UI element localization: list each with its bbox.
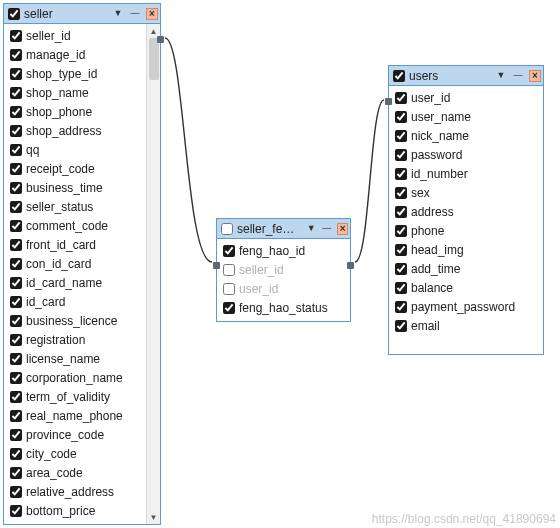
column-row[interactable]: receipt_code — [6, 159, 144, 178]
column-row[interactable]: business_time — [6, 178, 144, 197]
column-row[interactable]: shop_address — [6, 121, 144, 140]
column-row[interactable]: id_card — [6, 292, 144, 311]
column-checkbox[interactable] — [395, 168, 407, 180]
column-row[interactable]: feng_hao_status — [219, 298, 348, 317]
column-row[interactable]: user_name — [391, 107, 541, 126]
entity-users[interactable]: users▼—×user_iduser_namenick_namepasswor… — [388, 65, 544, 355]
dropdown-icon[interactable]: ▼ — [306, 223, 317, 235]
column-row[interactable]: city_code — [6, 444, 144, 463]
column-row[interactable]: comment_code — [6, 216, 144, 235]
column-row[interactable]: shop_phone — [6, 102, 144, 121]
column-checkbox[interactable] — [395, 263, 407, 275]
relation-port[interactable] — [157, 36, 164, 43]
column-checkbox[interactable] — [10, 391, 22, 403]
column-checkbox[interactable] — [10, 220, 22, 232]
column-checkbox[interactable] — [10, 258, 22, 270]
minimize-button[interactable]: — — [512, 70, 524, 82]
close-button[interactable]: × — [337, 223, 348, 235]
column-checkbox[interactable] — [10, 163, 22, 175]
column-checkbox[interactable] — [10, 201, 22, 213]
column-row[interactable]: manage_id — [6, 45, 144, 64]
column-row[interactable]: seller_id — [6, 26, 144, 45]
entity-titlebar[interactable]: users▼—× — [389, 66, 543, 86]
entity-enable-checkbox[interactable] — [221, 223, 233, 235]
column-checkbox[interactable] — [10, 144, 22, 156]
column-row[interactable]: password — [391, 145, 541, 164]
column-row[interactable]: feng_hao_id — [219, 241, 348, 260]
entity-titlebar[interactable]: seller▼—× — [4, 4, 160, 24]
column-row[interactable]: head_img — [391, 240, 541, 259]
column-checkbox[interactable] — [10, 106, 22, 118]
column-checkbox[interactable] — [10, 125, 22, 137]
minimize-button[interactable]: — — [129, 8, 141, 20]
column-row[interactable]: user_id — [391, 88, 541, 107]
column-row[interactable]: sex — [391, 183, 541, 202]
column-checkbox[interactable] — [10, 315, 22, 327]
minimize-button[interactable]: — — [322, 223, 333, 235]
column-row[interactable]: con_id_card — [6, 254, 144, 273]
dropdown-icon[interactable]: ▼ — [495, 70, 507, 82]
column-row[interactable]: nick_name — [391, 126, 541, 145]
close-button[interactable]: × — [529, 70, 541, 82]
column-checkbox[interactable] — [395, 187, 407, 199]
column-row[interactable]: seller_status — [6, 197, 144, 216]
column-row[interactable]: payment_password — [391, 297, 541, 316]
column-checkbox[interactable] — [395, 301, 407, 313]
column-checkbox[interactable] — [10, 87, 22, 99]
column-checkbox[interactable] — [10, 429, 22, 441]
column-row[interactable]: corporation_name — [6, 368, 144, 387]
column-row[interactable]: id_card_name — [6, 273, 144, 292]
column-checkbox[interactable] — [395, 225, 407, 237]
column-row[interactable]: province_code — [6, 425, 144, 444]
column-row[interactable]: add_time — [391, 259, 541, 278]
column-checkbox[interactable] — [10, 30, 22, 42]
relation-port[interactable] — [347, 262, 354, 269]
column-checkbox[interactable] — [10, 277, 22, 289]
scrollbar[interactable]: ▲▼ — [146, 24, 160, 524]
column-checkbox[interactable] — [395, 320, 407, 332]
column-checkbox[interactable] — [10, 49, 22, 61]
column-row[interactable]: shop_type_id — [6, 64, 144, 83]
column-checkbox[interactable] — [10, 410, 22, 422]
column-checkbox[interactable] — [223, 264, 235, 276]
column-checkbox[interactable] — [10, 467, 22, 479]
column-checkbox[interactable] — [395, 282, 407, 294]
column-checkbox[interactable] — [10, 448, 22, 460]
column-row[interactable]: relative_address — [6, 482, 144, 501]
column-checkbox[interactable] — [223, 283, 235, 295]
column-row[interactable]: qq — [6, 140, 144, 159]
column-row[interactable]: balance — [391, 278, 541, 297]
column-row[interactable]: area_code — [6, 463, 144, 482]
column-row[interactable]: user_id — [219, 279, 348, 298]
column-row[interactable]: shop_name — [6, 83, 144, 102]
column-row[interactable]: license_name — [6, 349, 144, 368]
column-checkbox[interactable] — [223, 302, 235, 314]
column-row[interactable]: bottom_price — [6, 501, 144, 520]
column-checkbox[interactable] — [10, 334, 22, 346]
column-row[interactable]: registration — [6, 330, 144, 349]
column-row[interactable]: address — [391, 202, 541, 221]
column-row[interactable]: email — [391, 316, 541, 335]
entity-titlebar[interactable]: seller_feng_h▼—× — [217, 219, 350, 239]
column-checkbox[interactable] — [10, 505, 22, 517]
scroll-track[interactable] — [147, 38, 161, 510]
entity-enable-checkbox[interactable] — [393, 70, 405, 82]
close-button[interactable]: × — [146, 8, 158, 20]
scroll-thumb[interactable] — [149, 38, 159, 80]
column-checkbox[interactable] — [395, 92, 407, 104]
column-checkbox[interactable] — [10, 239, 22, 251]
column-row[interactable]: id_number — [391, 164, 541, 183]
column-row[interactable]: phone — [391, 221, 541, 240]
column-row[interactable]: seller_id — [219, 260, 348, 279]
column-row[interactable]: real_name_phone — [6, 406, 144, 425]
dropdown-icon[interactable]: ▼ — [112, 8, 124, 20]
column-checkbox[interactable] — [223, 245, 235, 257]
column-checkbox[interactable] — [10, 182, 22, 194]
column-checkbox[interactable] — [10, 68, 22, 80]
column-checkbox[interactable] — [10, 372, 22, 384]
column-checkbox[interactable] — [395, 130, 407, 142]
relation-port[interactable] — [213, 262, 220, 269]
column-checkbox[interactable] — [10, 353, 22, 365]
column-checkbox[interactable] — [395, 111, 407, 123]
column-checkbox[interactable] — [395, 244, 407, 256]
